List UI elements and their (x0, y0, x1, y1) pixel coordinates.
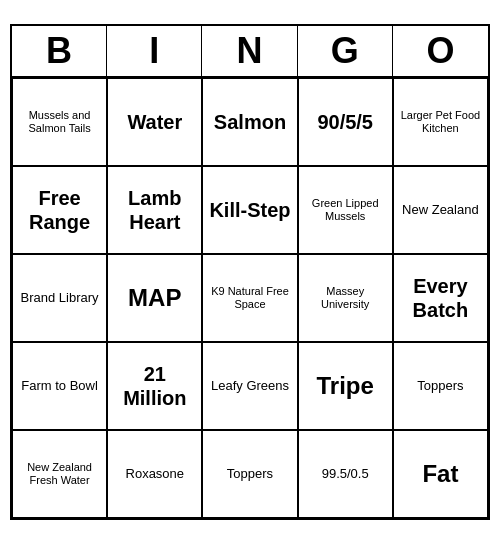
header-letter: N (202, 26, 297, 76)
bingo-cell: Tripe (298, 342, 393, 430)
bingo-cell: Fat (393, 430, 488, 518)
bingo-cell: New Zealand (393, 166, 488, 254)
bingo-cell: 90/5/5 (298, 78, 393, 166)
bingo-cell: Kill-Step (202, 166, 297, 254)
bingo-cell: Toppers (393, 342, 488, 430)
bingo-header: BINGO (12, 26, 488, 78)
bingo-cell: New Zealand Fresh Water (12, 430, 107, 518)
bingo-cell: Lamb Heart (107, 166, 202, 254)
bingo-cell: Salmon (202, 78, 297, 166)
bingo-cell: Green Lipped Mussels (298, 166, 393, 254)
bingo-cell: Mussels and Salmon Tails (12, 78, 107, 166)
header-letter: O (393, 26, 488, 76)
bingo-cell: Farm to Bowl (12, 342, 107, 430)
bingo-cell: Toppers (202, 430, 297, 518)
bingo-cell: Every Batch (393, 254, 488, 342)
bingo-cell: Massey University (298, 254, 393, 342)
bingo-cell: MAP (107, 254, 202, 342)
bingo-cell: Leafy Greens (202, 342, 297, 430)
header-letter: I (107, 26, 202, 76)
bingo-cell: 21 Million (107, 342, 202, 430)
header-letter: B (12, 26, 107, 76)
bingo-cell: Brand Library (12, 254, 107, 342)
bingo-cell: Water (107, 78, 202, 166)
bingo-cell: 99.5/0.5 (298, 430, 393, 518)
bingo-card: BINGO Mussels and Salmon TailsWaterSalmo… (10, 24, 490, 520)
bingo-grid: Mussels and Salmon TailsWaterSalmon90/5/… (12, 78, 488, 518)
bingo-cell: Larger Pet Food Kitchen (393, 78, 488, 166)
bingo-cell: Roxasone (107, 430, 202, 518)
bingo-cell: Free Range (12, 166, 107, 254)
header-letter: G (298, 26, 393, 76)
bingo-cell: K9 Natural Free Space (202, 254, 297, 342)
